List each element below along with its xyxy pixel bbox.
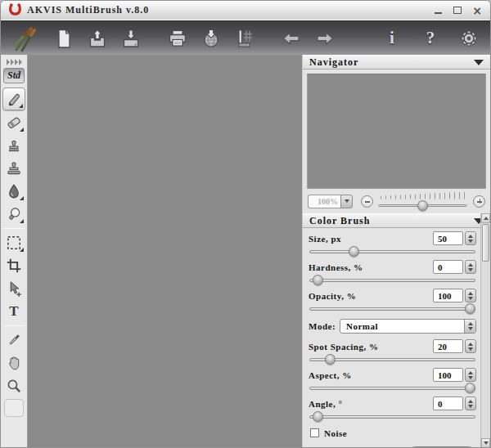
spin-down-icon xyxy=(468,376,473,379)
chameleon-stamp-tool[interactable] xyxy=(2,158,25,179)
zoom-out-button[interactable] xyxy=(361,195,373,208)
size-slider[interactable] xyxy=(309,246,475,257)
help-button[interactable]: ? xyxy=(417,25,444,52)
noise-checkbox[interactable] xyxy=(310,428,319,437)
navigator-header[interactable]: Navigator xyxy=(303,55,490,69)
spot-spacing-spinner[interactable] xyxy=(465,339,476,353)
hand-tool[interactable] xyxy=(2,352,25,374)
aspect-label: Aspect, % xyxy=(309,370,352,380)
publish-web-button[interactable] xyxy=(198,25,224,52)
blur-tool[interactable] xyxy=(2,181,25,202)
hardness-slider-thumb[interactable] xyxy=(313,275,323,285)
print-icon xyxy=(166,27,189,50)
brush-icon xyxy=(5,90,23,108)
opacity-label: Opacity, % xyxy=(309,291,356,301)
opacity-spinner[interactable] xyxy=(465,289,476,302)
settings-scrollbar[interactable] xyxy=(480,213,490,448)
open-image-button[interactable] xyxy=(84,25,110,52)
collapse-icon xyxy=(474,60,484,65)
text-tool[interactable]: T xyxy=(2,301,25,322)
scroll-down-button[interactable] xyxy=(481,438,490,448)
preferences-button[interactable] xyxy=(456,25,482,52)
mode-spinner[interactable] xyxy=(464,320,475,333)
zoom-dropdown-button[interactable] xyxy=(340,195,353,208)
scroll-up-button[interactable] xyxy=(481,213,490,223)
eyedropper-tool[interactable] xyxy=(2,329,25,351)
aspect-slider-thumb[interactable] xyxy=(465,383,475,393)
redo-button[interactable] xyxy=(312,25,338,52)
spot-spacing-slider[interactable] xyxy=(309,354,475,365)
spot-spacing-slider-thumb[interactable] xyxy=(325,354,336,365)
info-button[interactable]: i xyxy=(379,25,405,52)
spin-down-icon xyxy=(468,240,473,243)
stamp-base-icon xyxy=(5,159,23,177)
opacity-slider-thumb[interactable] xyxy=(465,303,475,314)
chameleon-brush-tool[interactable] xyxy=(2,204,25,225)
angle-spinner[interactable] xyxy=(465,396,476,410)
zoom-slider-thumb[interactable] xyxy=(417,200,428,211)
hardness-input[interactable]: 0 xyxy=(433,260,463,274)
close-button[interactable]: × xyxy=(471,5,483,16)
selection-tool[interactable] xyxy=(2,232,25,253)
hardness-label: Hardness, % xyxy=(309,262,363,272)
crop-tool[interactable] xyxy=(2,255,25,276)
navigator-title: Navigator xyxy=(309,56,358,69)
hardness-slider[interactable] xyxy=(309,275,475,285)
angle-slider-thumb[interactable] xyxy=(313,411,323,422)
minus-icon xyxy=(365,201,370,203)
color-brush-header[interactable]: Color Brush xyxy=(303,213,490,228)
spin-down-icon xyxy=(468,268,473,271)
minimize-button[interactable] xyxy=(432,5,444,16)
spin-down-icon xyxy=(468,347,473,351)
magnifier-icon xyxy=(5,377,23,395)
scrollbar-track[interactable] xyxy=(481,223,490,438)
tool-extra-slot[interactable] xyxy=(4,399,24,417)
undo-icon xyxy=(279,27,304,50)
move-tool[interactable] xyxy=(2,278,25,299)
aspect-spinner[interactable] xyxy=(465,368,476,382)
main-toolbar: i ? xyxy=(1,20,490,55)
mode-value: Normal xyxy=(340,321,378,331)
zoom-tool[interactable] xyxy=(2,375,25,396)
info-icon: i xyxy=(390,28,394,48)
size-input[interactable]: 50 xyxy=(433,231,463,245)
zoom-value-field[interactable]: 100% xyxy=(308,195,340,208)
help-icon: ? xyxy=(426,28,435,48)
save-image-icon xyxy=(119,27,142,50)
title-bar: AKVIS MultiBrush v.8.0 × xyxy=(1,1,490,20)
expand-toolbar-button[interactable] xyxy=(7,59,22,65)
preset-std-button[interactable]: Std xyxy=(3,68,25,83)
opacity-slider[interactable] xyxy=(309,303,475,314)
scrollbar-thumb[interactable] xyxy=(482,224,489,262)
angle-input[interactable]: 0 xyxy=(433,396,463,410)
aspect-slider[interactable] xyxy=(309,383,475,393)
eraser-icon xyxy=(5,114,23,132)
clone-stamp-tool[interactable] xyxy=(2,135,25,156)
undo-button[interactable] xyxy=(278,25,304,52)
spot-spacing-input[interactable]: 20 xyxy=(433,339,463,353)
image-canvas[interactable] xyxy=(28,55,303,448)
size-slider-thumb[interactable] xyxy=(349,246,359,257)
mode-select[interactable]: Normal xyxy=(340,319,476,334)
new-image-icon xyxy=(52,27,75,50)
new-image-button[interactable] xyxy=(51,25,77,52)
zoom-slider[interactable] xyxy=(378,200,467,211)
zoom-in-button[interactable] xyxy=(473,195,485,208)
save-image-button[interactable] xyxy=(118,25,144,52)
size-spinner[interactable] xyxy=(465,231,476,245)
aspect-input[interactable]: 100 xyxy=(433,368,463,382)
eraser-tool[interactable] xyxy=(2,112,25,133)
param-opacity: Opacity, % 100 xyxy=(309,288,476,314)
print-button[interactable] xyxy=(164,25,191,52)
gear-icon xyxy=(457,27,480,50)
angle-slider[interactable] xyxy=(309,411,475,422)
redo-icon xyxy=(313,27,337,50)
navigator-preview[interactable] xyxy=(307,74,486,189)
batch-resize-button[interactable] xyxy=(232,25,258,52)
hardness-spinner[interactable] xyxy=(465,260,476,274)
color-brush-tool[interactable] xyxy=(2,87,25,110)
param-aspect: Aspect, % 100 xyxy=(309,367,476,393)
maximize-button[interactable] xyxy=(452,5,463,16)
spin-up-icon xyxy=(468,343,473,346)
opacity-input[interactable]: 100 xyxy=(433,289,463,302)
